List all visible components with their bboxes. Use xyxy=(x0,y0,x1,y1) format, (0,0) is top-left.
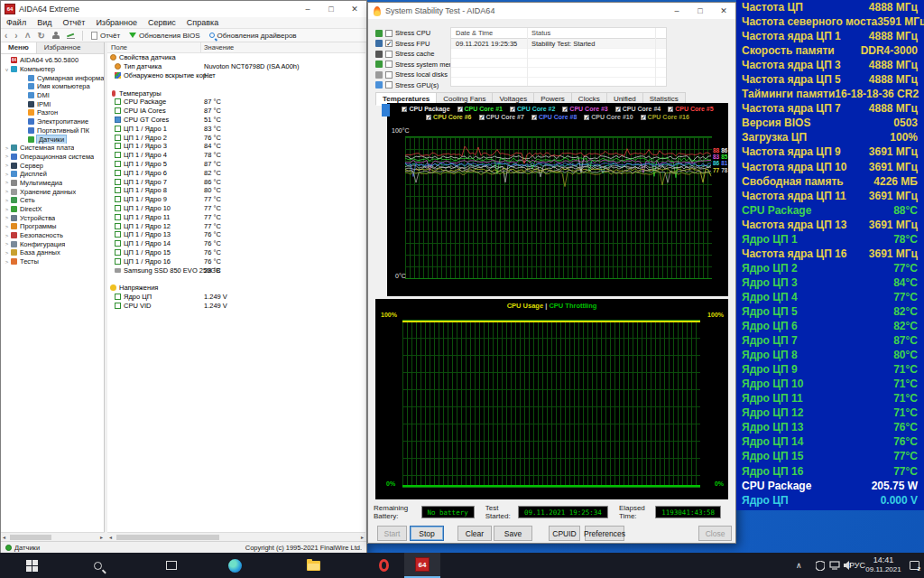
sst-close-button[interactable]: ✕ xyxy=(712,3,735,19)
sensor-row[interactable] xyxy=(107,79,365,89)
tree-item[interactable]: >DirectX xyxy=(1,205,104,214)
legend-item[interactable]: ✓CPU Core #1 xyxy=(457,106,503,112)
close-button[interactable]: ✕ xyxy=(343,1,366,17)
start-button[interactable] xyxy=(14,553,50,578)
tree-item[interactable]: >Тесты xyxy=(1,257,104,266)
stress-checkbox[interactable] xyxy=(385,71,393,79)
legend-item[interactable]: ✓CPU Package xyxy=(402,106,449,112)
tree-item[interactable]: >Устройства xyxy=(1,213,104,222)
sensor-row[interactable]: Samsung SSD 850 EVO 250GB28 °C xyxy=(107,266,365,275)
report-button[interactable]: Отчёт xyxy=(87,32,125,40)
sensor-row[interactable]: Тип датчикаNuvoton NCT6798D (ISA A00h) xyxy=(107,62,365,71)
legend-checkbox[interactable]: ✓ xyxy=(615,107,621,112)
sensor-row[interactable]: ЦП 1 / Ядро 1077 °C xyxy=(107,204,365,213)
tree-item[interactable]: Имя компьютера xyxy=(1,82,104,91)
sensor-row[interactable]: ЦП 1 / Ядро 1676 °C xyxy=(107,256,365,266)
sensor-row[interactable]: ЦП 1 / Ядро 1376 °C xyxy=(107,230,365,239)
tree-item[interactable]: >База данных xyxy=(1,248,104,257)
sensor-row[interactable]: ЦП 1 / Ядро 1576 °C xyxy=(107,248,365,257)
tree-item[interactable]: 64AIDA64 v6.50.5800 xyxy=(1,56,104,65)
legend-checkbox[interactable]: ✓ xyxy=(457,107,463,112)
tree-item[interactable]: >Программы xyxy=(1,222,104,231)
tree-item[interactable]: IPMI xyxy=(1,99,104,108)
legend-checkbox[interactable]: ✓ xyxy=(531,115,537,120)
log-header[interactable]: Date & Time Status xyxy=(451,28,666,39)
tree-item[interactable]: >Сеть xyxy=(1,196,104,205)
tree-item[interactable]: >Конфигурация xyxy=(1,239,104,248)
file-explorer-button[interactable] xyxy=(295,553,331,578)
tray-chevron[interactable]: ∧ xyxy=(796,553,802,578)
tree-item[interactable]: Разгон xyxy=(1,108,104,117)
stress-option[interactable]: Stress local disks xyxy=(375,70,453,80)
preferences-button[interactable]: Preferences xyxy=(585,526,624,541)
tree-item[interactable]: >Дисплей xyxy=(1,170,104,179)
stress-option[interactable]: Stress CPU xyxy=(375,28,453,39)
tree-item[interactable]: Портативный ПК xyxy=(1,126,104,135)
legend-checkbox[interactable]: ✓ xyxy=(402,107,407,112)
sensor-row[interactable]: ЦП 1 / Ядро 587 °C xyxy=(107,160,365,169)
tree-item[interactable]: Электропитание xyxy=(1,117,104,126)
sensor-row[interactable]: Свойства датчика xyxy=(107,53,365,62)
sensor-row[interactable]: ЦП 1 / Ядро 276 °C xyxy=(107,133,365,142)
tree-item[interactable]: Датчики xyxy=(1,135,104,144)
bios-update-button[interactable]: Обновления BIOS xyxy=(125,32,204,40)
stress-checkbox[interactable] xyxy=(385,61,393,68)
menu-item[interactable]: Сервис xyxy=(143,18,181,27)
sst-maximize-button[interactable]: □ xyxy=(688,3,712,19)
sidebar-tab-избранное[interactable]: Избранное xyxy=(37,42,88,53)
tree-item[interactable]: Суммарная информаци xyxy=(1,73,104,82)
stress-option[interactable]: Stress GPU(s) xyxy=(375,80,453,91)
sensor-row[interactable]: Напряжения xyxy=(107,284,365,293)
legend-checkbox[interactable]: ✓ xyxy=(426,115,431,120)
stress-option[interactable]: Stress system memory xyxy=(375,60,453,70)
legend-item[interactable]: ✓CPU Core #7 xyxy=(479,114,524,120)
legend-item[interactable]: ✓CPU Core #8 xyxy=(531,114,577,120)
legend-checkbox[interactable]: ✓ xyxy=(510,107,515,112)
sensor-row[interactable] xyxy=(107,275,365,284)
task-view-button[interactable] xyxy=(153,553,189,578)
sensor-row[interactable]: ЦП 1 / Ядро 1177 °C xyxy=(107,212,365,221)
taskbar-search-button[interactable] xyxy=(79,553,116,578)
sst-titlebar[interactable]: System Stability Test - AIDA64 – □ ✕ xyxy=(368,3,735,19)
sensor-row[interactable]: CPU Package87 °C xyxy=(107,98,365,107)
sensor-row[interactable]: ЦП 1 / Ядро 786 °C xyxy=(107,177,365,186)
tree-item[interactable]: >Безопасность xyxy=(1,231,104,240)
tree-item[interactable]: vКомпьютер xyxy=(1,65,104,74)
legend-item[interactable]: ✓CPU Core #16 xyxy=(641,114,689,120)
legend-checkbox[interactable]: ✓ xyxy=(584,115,589,120)
sensor-row[interactable]: CPU VID1.249 V xyxy=(107,301,365,310)
maximize-button[interactable]: □ xyxy=(319,1,343,17)
sensor-row[interactable]: ЦП 1 / Ядро 682 °C xyxy=(107,168,365,177)
tree-item[interactable]: >Мультимедиа xyxy=(1,179,104,188)
sensor-row[interactable]: ЦП 1 / Ядро 384 °C xyxy=(107,142,365,151)
sidebar-hscrollbar[interactable]: ◂▸ xyxy=(1,532,105,541)
mainpane-hscrollbar[interactable]: ◂▸ xyxy=(107,532,365,541)
stress-checkbox[interactable] xyxy=(385,81,393,89)
aida64-titlebar[interactable]: 64 AIDA64 Extreme – □ ✕ xyxy=(1,1,366,17)
minimize-button[interactable]: – xyxy=(296,1,319,17)
sensor-row[interactable]: CPU IA Cores87 °C xyxy=(107,107,365,116)
tree-item[interactable]: >Сервер xyxy=(1,161,104,170)
chart-icon[interactable] xyxy=(67,32,75,39)
edge-button[interactable] xyxy=(217,553,253,578)
sensor-row[interactable]: Обнаружено вскрытие кор...Нет xyxy=(107,71,365,80)
legend-checkbox[interactable]: ✓ xyxy=(479,115,485,120)
stress-checkbox[interactable]: ✓ xyxy=(385,40,393,47)
stress-checkbox[interactable] xyxy=(385,51,393,58)
menu-item[interactable]: Вид xyxy=(32,18,57,27)
refresh-icon[interactable]: ↻ xyxy=(34,31,49,41)
sensor-row[interactable]: ЦП 1 / Ядро 1476 °C xyxy=(107,239,365,248)
stop-button[interactable]: Stop xyxy=(410,526,444,541)
tree-item[interactable]: >Операционная система xyxy=(1,153,104,162)
sensor-row[interactable]: ЦП 1 / Ядро 977 °C xyxy=(107,195,365,204)
legend-item[interactable]: ✓CPU Core #6 xyxy=(426,114,471,120)
legend-checkbox[interactable]: ✓ xyxy=(562,107,568,112)
tree-item[interactable]: DMI xyxy=(1,91,104,100)
menu-item[interactable]: Избранное xyxy=(90,18,143,27)
column-headers[interactable]: Поле Значение xyxy=(107,42,365,53)
legend-item[interactable]: ✓CPU Core #2 xyxy=(510,106,555,112)
sensor-row[interactable]: ЦП 1 / Ядро 478 °C xyxy=(107,151,365,160)
sensor-row[interactable]: Температуры xyxy=(107,89,365,98)
sensor-row[interactable]: ЦП 1 / Ядро 880 °C xyxy=(107,186,365,195)
back-icon[interactable]: ‹ xyxy=(1,31,11,41)
